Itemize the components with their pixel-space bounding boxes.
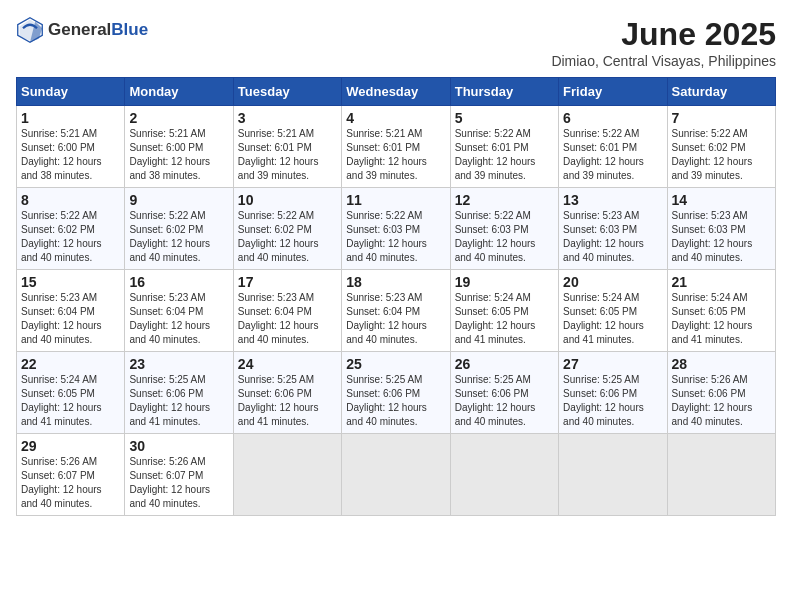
day-cell: 7Sunrise: 5:22 AMSunset: 6:02 PMDaylight… xyxy=(667,106,775,188)
day-info: Sunrise: 5:22 AMSunset: 6:01 PMDaylight:… xyxy=(455,127,554,183)
day-cell xyxy=(342,434,450,516)
day-info: Sunrise: 5:22 AMSunset: 6:01 PMDaylight:… xyxy=(563,127,662,183)
day-cell: 17Sunrise: 5:23 AMSunset: 6:04 PMDayligh… xyxy=(233,270,341,352)
col-header-sunday: Sunday xyxy=(17,78,125,106)
day-info: Sunrise: 5:24 AMSunset: 6:05 PMDaylight:… xyxy=(672,291,771,347)
day-cell: 29Sunrise: 5:26 AMSunset: 6:07 PMDayligh… xyxy=(17,434,125,516)
day-cell: 21Sunrise: 5:24 AMSunset: 6:05 PMDayligh… xyxy=(667,270,775,352)
day-cell: 19Sunrise: 5:24 AMSunset: 6:05 PMDayligh… xyxy=(450,270,558,352)
day-info: Sunrise: 5:21 AMSunset: 6:00 PMDaylight:… xyxy=(129,127,228,183)
day-info: Sunrise: 5:25 AMSunset: 6:06 PMDaylight:… xyxy=(238,373,337,429)
day-cell: 6Sunrise: 5:22 AMSunset: 6:01 PMDaylight… xyxy=(559,106,667,188)
day-info: Sunrise: 5:21 AMSunset: 6:00 PMDaylight:… xyxy=(21,127,120,183)
month-title: June 2025 xyxy=(551,16,776,53)
day-info: Sunrise: 5:24 AMSunset: 6:05 PMDaylight:… xyxy=(21,373,120,429)
day-info: Sunrise: 5:23 AMSunset: 6:04 PMDaylight:… xyxy=(129,291,228,347)
day-cell: 22Sunrise: 5:24 AMSunset: 6:05 PMDayligh… xyxy=(17,352,125,434)
day-cell xyxy=(233,434,341,516)
day-cell: 23Sunrise: 5:25 AMSunset: 6:06 PMDayligh… xyxy=(125,352,233,434)
day-number: 2 xyxy=(129,110,228,126)
header: GeneralBlue June 2025 Dimiao, Central Vi… xyxy=(16,16,776,69)
day-cell: 28Sunrise: 5:26 AMSunset: 6:06 PMDayligh… xyxy=(667,352,775,434)
day-cell xyxy=(667,434,775,516)
day-number: 29 xyxy=(21,438,120,454)
day-info: Sunrise: 5:22 AMSunset: 6:02 PMDaylight:… xyxy=(21,209,120,265)
day-number: 28 xyxy=(672,356,771,372)
day-info: Sunrise: 5:21 AMSunset: 6:01 PMDaylight:… xyxy=(238,127,337,183)
day-cell: 8Sunrise: 5:22 AMSunset: 6:02 PMDaylight… xyxy=(17,188,125,270)
day-number: 12 xyxy=(455,192,554,208)
day-info: Sunrise: 5:25 AMSunset: 6:06 PMDaylight:… xyxy=(563,373,662,429)
day-number: 16 xyxy=(129,274,228,290)
day-number: 26 xyxy=(455,356,554,372)
day-cell: 15Sunrise: 5:23 AMSunset: 6:04 PMDayligh… xyxy=(17,270,125,352)
week-row-1: 1Sunrise: 5:21 AMSunset: 6:00 PMDaylight… xyxy=(17,106,776,188)
day-number: 1 xyxy=(21,110,120,126)
day-number: 4 xyxy=(346,110,445,126)
col-header-tuesday: Tuesday xyxy=(233,78,341,106)
day-number: 10 xyxy=(238,192,337,208)
day-cell xyxy=(559,434,667,516)
day-info: Sunrise: 5:25 AMSunset: 6:06 PMDaylight:… xyxy=(129,373,228,429)
logo: GeneralBlue xyxy=(16,16,148,44)
day-number: 15 xyxy=(21,274,120,290)
day-info: Sunrise: 5:23 AMSunset: 6:04 PMDaylight:… xyxy=(238,291,337,347)
day-number: 5 xyxy=(455,110,554,126)
day-cell: 16Sunrise: 5:23 AMSunset: 6:04 PMDayligh… xyxy=(125,270,233,352)
day-cell: 10Sunrise: 5:22 AMSunset: 6:02 PMDayligh… xyxy=(233,188,341,270)
day-cell: 20Sunrise: 5:24 AMSunset: 6:05 PMDayligh… xyxy=(559,270,667,352)
day-number: 13 xyxy=(563,192,662,208)
day-number: 7 xyxy=(672,110,771,126)
day-info: Sunrise: 5:26 AMSunset: 6:07 PMDaylight:… xyxy=(129,455,228,511)
day-info: Sunrise: 5:26 AMSunset: 6:07 PMDaylight:… xyxy=(21,455,120,511)
col-header-thursday: Thursday xyxy=(450,78,558,106)
day-number: 19 xyxy=(455,274,554,290)
day-number: 21 xyxy=(672,274,771,290)
day-info: Sunrise: 5:24 AMSunset: 6:05 PMDaylight:… xyxy=(563,291,662,347)
day-number: 18 xyxy=(346,274,445,290)
day-info: Sunrise: 5:22 AMSunset: 6:02 PMDaylight:… xyxy=(672,127,771,183)
day-number: 22 xyxy=(21,356,120,372)
col-header-wednesday: Wednesday xyxy=(342,78,450,106)
day-info: Sunrise: 5:25 AMSunset: 6:06 PMDaylight:… xyxy=(346,373,445,429)
day-cell: 24Sunrise: 5:25 AMSunset: 6:06 PMDayligh… xyxy=(233,352,341,434)
day-info: Sunrise: 5:26 AMSunset: 6:06 PMDaylight:… xyxy=(672,373,771,429)
day-number: 3 xyxy=(238,110,337,126)
day-cell: 26Sunrise: 5:25 AMSunset: 6:06 PMDayligh… xyxy=(450,352,558,434)
location-title: Dimiao, Central Visayas, Philippines xyxy=(551,53,776,69)
calendar-table: SundayMondayTuesdayWednesdayThursdayFrid… xyxy=(16,77,776,516)
day-number: 11 xyxy=(346,192,445,208)
title-area: June 2025 Dimiao, Central Visayas, Phili… xyxy=(551,16,776,69)
day-number: 24 xyxy=(238,356,337,372)
day-cell: 1Sunrise: 5:21 AMSunset: 6:00 PMDaylight… xyxy=(17,106,125,188)
day-info: Sunrise: 5:23 AMSunset: 6:03 PMDaylight:… xyxy=(672,209,771,265)
day-number: 27 xyxy=(563,356,662,372)
day-cell: 11Sunrise: 5:22 AMSunset: 6:03 PMDayligh… xyxy=(342,188,450,270)
day-cell: 27Sunrise: 5:25 AMSunset: 6:06 PMDayligh… xyxy=(559,352,667,434)
day-info: Sunrise: 5:22 AMSunset: 6:02 PMDaylight:… xyxy=(238,209,337,265)
day-number: 14 xyxy=(672,192,771,208)
week-row-4: 22Sunrise: 5:24 AMSunset: 6:05 PMDayligh… xyxy=(17,352,776,434)
day-cell: 2Sunrise: 5:21 AMSunset: 6:00 PMDaylight… xyxy=(125,106,233,188)
day-info: Sunrise: 5:21 AMSunset: 6:01 PMDaylight:… xyxy=(346,127,445,183)
day-cell: 13Sunrise: 5:23 AMSunset: 6:03 PMDayligh… xyxy=(559,188,667,270)
day-number: 8 xyxy=(21,192,120,208)
day-cell: 18Sunrise: 5:23 AMSunset: 6:04 PMDayligh… xyxy=(342,270,450,352)
col-header-friday: Friday xyxy=(559,78,667,106)
day-cell xyxy=(450,434,558,516)
day-cell: 4Sunrise: 5:21 AMSunset: 6:01 PMDaylight… xyxy=(342,106,450,188)
week-row-5: 29Sunrise: 5:26 AMSunset: 6:07 PMDayligh… xyxy=(17,434,776,516)
day-info: Sunrise: 5:25 AMSunset: 6:06 PMDaylight:… xyxy=(455,373,554,429)
col-header-saturday: Saturday xyxy=(667,78,775,106)
day-cell: 30Sunrise: 5:26 AMSunset: 6:07 PMDayligh… xyxy=(125,434,233,516)
day-cell: 14Sunrise: 5:23 AMSunset: 6:03 PMDayligh… xyxy=(667,188,775,270)
logo-general: GeneralBlue xyxy=(48,20,148,40)
col-header-monday: Monday xyxy=(125,78,233,106)
day-number: 17 xyxy=(238,274,337,290)
header-row: SundayMondayTuesdayWednesdayThursdayFrid… xyxy=(17,78,776,106)
logo-icon xyxy=(16,16,44,44)
week-row-2: 8Sunrise: 5:22 AMSunset: 6:02 PMDaylight… xyxy=(17,188,776,270)
day-info: Sunrise: 5:23 AMSunset: 6:03 PMDaylight:… xyxy=(563,209,662,265)
day-info: Sunrise: 5:22 AMSunset: 6:03 PMDaylight:… xyxy=(346,209,445,265)
day-info: Sunrise: 5:24 AMSunset: 6:05 PMDaylight:… xyxy=(455,291,554,347)
